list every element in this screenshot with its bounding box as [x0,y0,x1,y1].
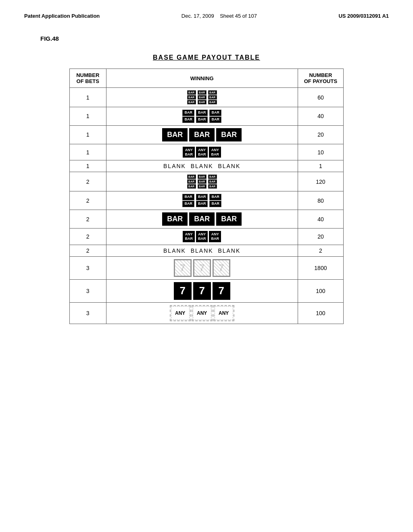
winning-1x3-bar-2: BAR BAR BAR [106,210,298,229]
header-right: US 2009/0312091 A1 [338,13,389,19]
seven-solid-2: 7 [193,282,211,300]
any7-tile-2: ANY [192,305,213,321]
winning-any7: ANY ANY ANY [106,302,298,324]
table-section: BASE GAME PAYOUT TABLE NUMBEROF BETS WIN… [0,46,413,332]
header-left: Patent Application Publication [24,13,100,19]
bar-large-1: BAR [162,128,188,141]
winning-blank-1: BLANK BLANK BLANK [106,160,298,172]
table-row: 2 BAR BAR BAR BAR BAR BAR [70,191,344,210]
payout-40b: 40 [298,210,343,229]
blank-label-1: BLANK BLANK BLANK [163,163,240,169]
payout-20: 20 [298,125,343,144]
bets-1b: 1 [70,107,106,126]
page-header: Patent Application Publication Dec. 17, … [0,0,413,27]
payout-100b: 100 [298,302,343,324]
payout-1: 1 [298,160,343,172]
payout-1800: 1800 [298,256,343,279]
any-bar-tile-2: ANYBAR [196,147,208,158]
bar-large-3: BAR [216,128,242,141]
payout-20b: 20 [298,229,343,245]
winning-2x3-bar-1: BAR BAR BAR BAR BAR BAR [106,107,298,126]
bets-3a: 3 [70,256,106,279]
bar-large-2: BAR [189,128,215,141]
bets-2d: 2 [70,229,106,245]
any7-tile-3: ANY [213,305,234,321]
winning-3x3-bar-1: BAR BAR BAR BAR BAR BAR BAR BAR BAR [106,88,298,107]
winning-seven-solid: 7 7 7 [106,279,298,302]
bar-large-6: BAR [216,212,242,226]
bar-large-4: BAR [162,212,188,226]
any-bar-tile-3: ANYBAR [209,147,221,158]
col-header-winning: WINNING [106,69,298,88]
table-row: 2 BAR BAR BAR BAR BAR BAR [70,172,344,191]
table-row: 1 BAR BAR BAR 20 [70,125,344,144]
header-center: Dec. 17, 2009 Sheet 45 of 107 [181,13,257,19]
any-bar-tile-5: ANYBAR [196,231,208,242]
payout-2: 2 [298,245,343,256]
blank-label-2: BLANK BLANK BLANK [163,247,240,254]
table-title: BASE GAME PAYOUT TABLE [153,54,260,61]
bets-1e: 1 [70,160,106,172]
bets-2e: 2 [70,245,106,256]
bets-1c: 1 [70,125,106,144]
any7-tile-1: ANY [170,305,191,321]
bets-2a: 2 [70,172,106,191]
winning-seven-outlined: 7 7 7 [106,256,298,279]
table-row: 3 ANY ANY ANY 100 [70,302,344,324]
col-header-bets: NUMBEROF BETS [70,69,106,88]
payout-80: 80 [298,191,343,210]
seven-outlined-3: 7 [213,259,230,277]
any-bar-tile-6: ANYBAR [209,231,221,242]
any-bar-tile-1: ANYBAR [183,147,195,158]
payout-40: 40 [298,107,343,126]
col-header-payouts: NUMBEROF PAYOUTS [298,69,343,88]
seven-solid-3: 7 [213,282,230,300]
bets-2c: 2 [70,210,106,229]
winning-any-bar-1: ANYBAR ANYBAR ANYBAR [106,144,298,160]
bets-1: 1 [70,88,106,107]
winning-any-bar-2: ANYBAR ANYBAR ANYBAR [106,229,298,245]
payout-10: 10 [298,144,343,160]
table-row: 2 BAR BAR BAR 40 [70,210,344,229]
payout-table: NUMBEROF BETS WINNING NUMBEROF PAYOUTS 1… [69,69,344,324]
bets-3c: 3 [70,302,106,324]
table-row: 1 ANYBAR ANYBAR ANYBAR 10 [70,144,344,160]
winning-3x3-bar-2: BAR BAR BAR BAR BAR BAR BAR BAR BAR [106,172,298,191]
table-row: 1 BLANK BLANK BLANK 1 [70,160,344,172]
bets-1d: 1 [70,144,106,160]
payout-100a: 100 [298,279,343,302]
any-bar-tile-4: ANYBAR [183,231,195,242]
winning-2x3-bar-2: BAR BAR BAR BAR BAR BAR [106,191,298,210]
payout-120: 120 [298,172,343,191]
bets-2b: 2 [70,191,106,210]
table-row: 1 BAR BAR BAR BAR BAR BAR [70,107,344,126]
winning-blank-2: BLANK BLANK BLANK [106,245,298,256]
bar-large-5: BAR [189,212,215,226]
table-row: 2 BLANK BLANK BLANK 2 [70,245,344,256]
seven-outlined-1: 7 [174,259,192,277]
table-row: 3 7 7 7 100 [70,279,344,302]
seven-outlined-2: 7 [193,259,211,277]
seven-solid-1: 7 [174,282,192,300]
payout-60: 60 [298,88,343,107]
bets-3b: 3 [70,279,106,302]
fig-label: FIG.48 [0,27,413,46]
table-row: 3 7 7 7 1800 [70,256,344,279]
table-row: 1 BAR BAR BAR BAR BAR BAR [70,88,344,107]
table-row: 2 ANYBAR ANYBAR ANYBAR 20 [70,229,344,245]
winning-1x3-bar-1: BAR BAR BAR [106,125,298,144]
